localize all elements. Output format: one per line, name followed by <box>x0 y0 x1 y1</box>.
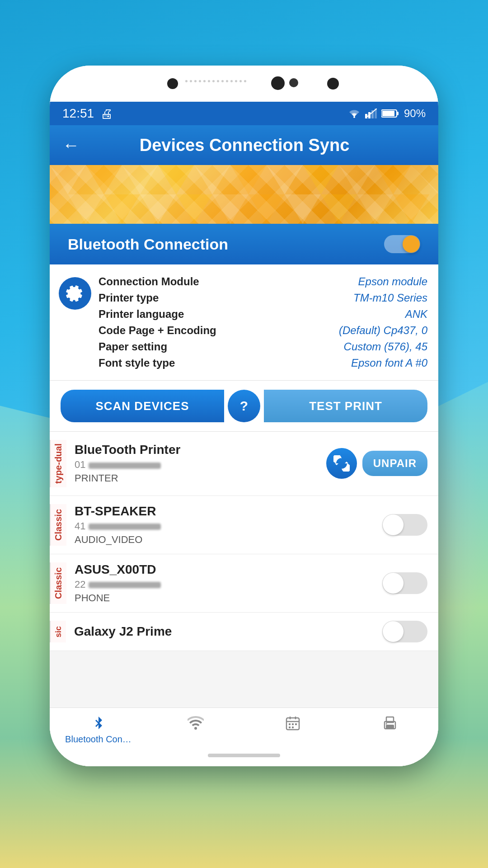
label-printer-language: Printer language <box>99 308 184 321</box>
device-info-3: Galaxy J2 Prime <box>66 624 382 639</box>
device-item-0[interactable]: type-dual BlueTooth Printer 01 PRINTER <box>50 432 438 496</box>
svg-rect-8 <box>397 112 399 115</box>
svg-rect-42 <box>386 725 394 729</box>
svg-rect-38 <box>295 723 297 725</box>
help-button[interactable]: ? <box>228 390 260 422</box>
battery-percent: 90% <box>404 107 426 120</box>
status-time: 12:51 <box>62 106 94 121</box>
svg-point-0 <box>353 116 355 118</box>
signal-icon <box>365 108 377 118</box>
svg-marker-13 <box>194 165 230 194</box>
speaker-dot <box>226 80 228 82</box>
svg-point-43 <box>385 723 387 725</box>
value-code-page: (Default) Cp437, 0 <box>339 324 427 337</box>
device-item-2[interactable]: Classic ASUS_X00TD 22 PHONE <box>50 554 438 613</box>
device-name-2: ASUS_X00TD <box>75 562 382 577</box>
device-toggle-1[interactable] <box>382 514 427 536</box>
device-category-2: PHONE <box>75 592 382 604</box>
bluetooth-connection-header: Bluetooth Connection <box>50 224 438 264</box>
phone-screen: 12:51 🖨 <box>50 102 438 766</box>
device-toggle-3[interactable] <box>382 621 427 642</box>
speaker-dot <box>203 80 206 82</box>
nav-item-bluetooth[interactable]: Bluetooth Con… <box>50 715 147 745</box>
settings-icon-circle <box>59 277 91 310</box>
device-type-label-3: sic <box>50 621 66 642</box>
svg-marker-15 <box>267 165 303 194</box>
settings-row-paper-setting: Paper setting Custom (576), 45 <box>99 339 427 355</box>
camera-right-small <box>289 78 298 87</box>
svg-marker-21 <box>104 194 140 224</box>
device-type-label-2: Classic <box>50 562 66 604</box>
settings-row-printer-type: Printer type TM-m10 Series <box>99 290 427 306</box>
calendar-nav-icon <box>285 715 301 731</box>
svg-marker-9 <box>50 165 86 194</box>
refresh-icon-0 <box>326 448 357 479</box>
value-paper-setting: Custom (576), 45 <box>344 340 427 353</box>
speaker-dot <box>244 80 246 82</box>
speaker-dot <box>217 80 219 82</box>
wifi-nav-icon <box>188 715 204 731</box>
camera-left <box>167 78 178 89</box>
gear-icon <box>66 284 84 302</box>
refresh-svg <box>333 455 350 472</box>
speaker-dot <box>230 80 233 82</box>
device-action-1 <box>382 514 427 536</box>
label-paper-setting: Paper setting <box>99 340 167 353</box>
device-category-1: AUDIO_VIDEO <box>75 534 382 546</box>
speaker-dot <box>190 80 192 82</box>
device-type-label-0: type-dual <box>50 440 66 487</box>
nav-item-wifi[interactable] <box>147 715 244 734</box>
svg-rect-35 <box>292 723 294 725</box>
speaker-dot <box>199 80 201 82</box>
status-bar: 12:51 🖨 <box>50 102 438 125</box>
camera-mid <box>271 76 285 90</box>
svg-marker-18 <box>375 165 411 194</box>
svg-marker-20 <box>68 194 104 224</box>
test-print-button[interactable]: TEST PRINT <box>264 390 427 422</box>
svg-rect-36 <box>289 726 291 728</box>
svg-marker-25 <box>249 194 285 224</box>
toggle-thumb <box>403 236 420 253</box>
svg-marker-17 <box>339 165 375 194</box>
value-connection-module: Epson module <box>358 275 427 288</box>
settings-row-printer-language: Printer language ANK <box>99 306 427 322</box>
nav-item-print[interactable] <box>341 715 438 734</box>
print-nav-icon <box>382 715 398 731</box>
device-item-1[interactable]: Classic BT-SPEAKER 41 AUDIO_VIDEO <box>50 496 438 554</box>
bluetooth-title: Bluetooth Connection <box>68 236 228 253</box>
back-button[interactable]: ← <box>62 137 80 154</box>
svg-marker-10 <box>86 165 122 194</box>
speaker-dot <box>235 80 237 82</box>
settings-rows: Connection Module Epson module Printer t… <box>99 274 427 371</box>
nav-item-calendar[interactable] <box>244 715 341 734</box>
front-camera-right <box>327 78 339 90</box>
label-code-page: Code Page + Encoding <box>99 324 216 337</box>
bluetooth-nav-icon <box>90 715 107 731</box>
page-title: Devices Connection Sync <box>90 136 399 155</box>
scan-devices-button[interactable]: SCAN DEVICES <box>61 390 224 422</box>
device-toggle-thumb-1 <box>383 514 404 535</box>
svg-marker-26 <box>285 194 321 224</box>
status-right: 90% <box>348 107 426 120</box>
svg-marker-28 <box>357 194 393 224</box>
phone-notch <box>50 66 438 102</box>
device-name-1: BT-SPEAKER <box>75 504 382 519</box>
svg-marker-24 <box>212 194 249 224</box>
svg-marker-11 <box>122 165 158 194</box>
nav-label-bluetooth: Bluetooth Con… <box>65 734 131 745</box>
value-printer-type: TM-m10 Series <box>353 292 427 304</box>
home-indicator <box>208 754 280 757</box>
toggle-track[interactable] <box>384 235 420 253</box>
device-list: type-dual BlueTooth Printer 01 PRINTER <box>50 432 438 651</box>
speaker-dot <box>194 80 197 82</box>
label-connection-module: Connection Module <box>99 275 199 288</box>
device-name-3: Galaxy J2 Prime <box>74 624 382 639</box>
device-address-2: 22 <box>75 579 382 590</box>
device-toggle-2[interactable] <box>382 572 427 594</box>
unpair-button-0[interactable]: UNPAIR <box>362 451 427 476</box>
svg-marker-19 <box>411 165 438 194</box>
device-item-3[interactable]: sic Galaxy J2 Prime <box>50 613 438 651</box>
screen-content[interactable]: 12:51 🖨 <box>50 102 438 766</box>
print-icon-status: 🖨 <box>100 106 113 121</box>
bluetooth-toggle[interactable] <box>384 235 420 253</box>
